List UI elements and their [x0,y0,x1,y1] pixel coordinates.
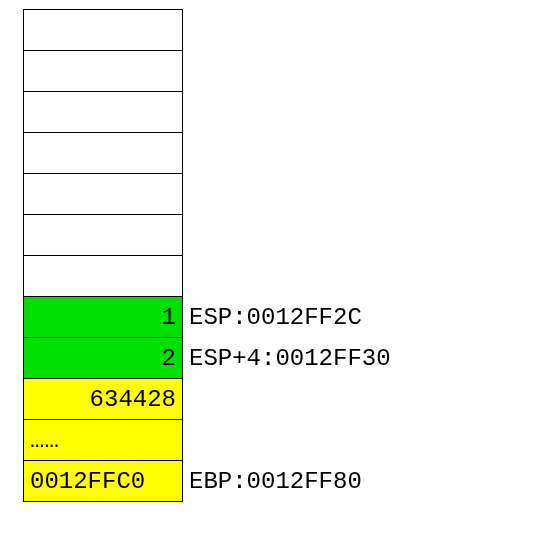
stack-row: 1 ESP:0012FF2C [23,297,391,338]
stack-cell: 0012FFC0 [23,460,183,502]
stack-diagram: 1 ESP:0012FF2C 2 ESP+4:0012FF30 634428 …… [23,10,391,502]
stack-value: …… [30,427,59,454]
stack-row: 634428 [23,379,391,420]
stack-row [23,256,391,297]
stack-row: …… [23,420,391,461]
stack-label: ESP+4:0012FF30 [183,345,391,372]
stack-cell: 634428 [23,378,183,420]
stack-row [23,215,391,256]
stack-cell [23,132,183,174]
stack-cell: 2 [23,337,183,379]
stack-value: 2 [162,345,176,372]
stack-label: EBP:0012FF80 [183,468,362,495]
stack-row [23,10,391,51]
stack-row [23,92,391,133]
stack-value: 634428 [90,386,176,413]
stack-cell: …… [23,419,183,461]
stack-cell [23,91,183,133]
stack-cell [23,255,183,297]
stack-row [23,51,391,92]
stack-row [23,174,391,215]
stack-value: 0012FFC0 [30,468,145,495]
stack-row: 0012FFC0 EBP:0012FF80 [23,461,391,502]
stack-cell: 1 [23,296,183,338]
stack-value: 1 [162,304,176,331]
stack-row: 2 ESP+4:0012FF30 [23,338,391,379]
stack-cell [23,173,183,215]
stack-label: ESP:0012FF2C [183,304,362,331]
stack-cell [23,214,183,256]
stack-cell [23,9,183,51]
stack-cell [23,50,183,92]
stack-row [23,133,391,174]
